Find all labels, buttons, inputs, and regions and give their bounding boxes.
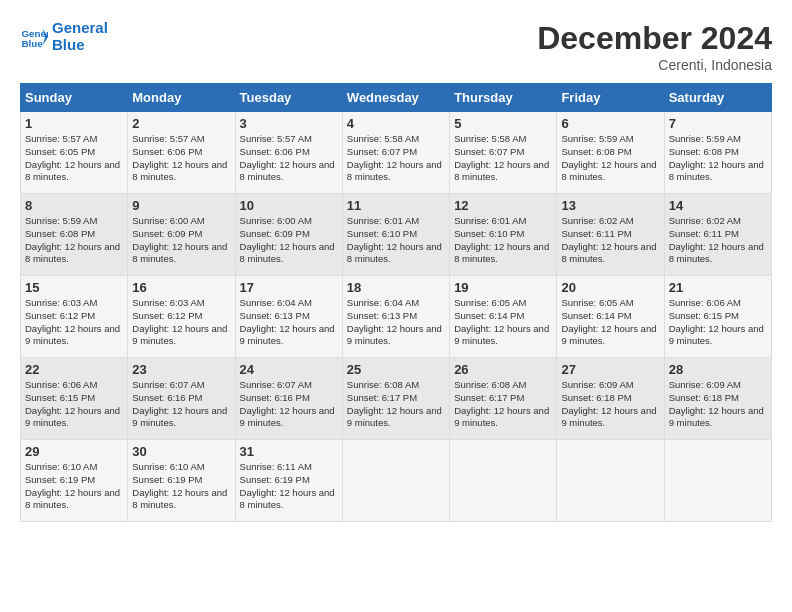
calendar-week-2: 8 Sunrise: 5:59 AMSunset: 6:08 PMDayligh… bbox=[21, 194, 772, 276]
header-wednesday: Wednesday bbox=[342, 84, 449, 112]
day-info: Sunrise: 6:02 AMSunset: 6:11 PMDaylight:… bbox=[669, 215, 767, 266]
calendar-week-3: 15 Sunrise: 6:03 AMSunset: 6:12 PMDaylig… bbox=[21, 276, 772, 358]
day-info: Sunrise: 6:07 AMSunset: 6:16 PMDaylight:… bbox=[240, 379, 338, 430]
day-number: 19 bbox=[454, 280, 552, 295]
calendar-table: SundayMondayTuesdayWednesdayThursdayFrid… bbox=[20, 83, 772, 522]
day-info: Sunrise: 6:06 AMSunset: 6:15 PMDaylight:… bbox=[669, 297, 767, 348]
day-number: 1 bbox=[25, 116, 123, 131]
day-number: 7 bbox=[669, 116, 767, 131]
day-info: Sunrise: 5:59 AMSunset: 6:08 PMDaylight:… bbox=[25, 215, 123, 266]
day-info: Sunrise: 6:07 AMSunset: 6:16 PMDaylight:… bbox=[132, 379, 230, 430]
calendar-cell: 24 Sunrise: 6:07 AMSunset: 6:16 PMDaylig… bbox=[235, 358, 342, 440]
calendar-cell: 30 Sunrise: 6:10 AMSunset: 6:19 PMDaylig… bbox=[128, 440, 235, 522]
calendar-cell bbox=[342, 440, 449, 522]
day-number: 14 bbox=[669, 198, 767, 213]
day-number: 15 bbox=[25, 280, 123, 295]
calendar-cell: 9 Sunrise: 6:00 AMSunset: 6:09 PMDayligh… bbox=[128, 194, 235, 276]
header-thursday: Thursday bbox=[450, 84, 557, 112]
day-number: 12 bbox=[454, 198, 552, 213]
day-info: Sunrise: 6:08 AMSunset: 6:17 PMDaylight:… bbox=[347, 379, 445, 430]
day-number: 5 bbox=[454, 116, 552, 131]
day-number: 22 bbox=[25, 362, 123, 377]
title-block: December 2024 Cerenti, Indonesia bbox=[537, 20, 772, 73]
calendar-cell bbox=[450, 440, 557, 522]
day-number: 4 bbox=[347, 116, 445, 131]
day-info: Sunrise: 5:57 AMSunset: 6:06 PMDaylight:… bbox=[132, 133, 230, 184]
calendar-cell: 3 Sunrise: 5:57 AMSunset: 6:06 PMDayligh… bbox=[235, 112, 342, 194]
day-info: Sunrise: 6:04 AMSunset: 6:13 PMDaylight:… bbox=[240, 297, 338, 348]
calendar-cell: 25 Sunrise: 6:08 AMSunset: 6:17 PMDaylig… bbox=[342, 358, 449, 440]
calendar-cell: 4 Sunrise: 5:58 AMSunset: 6:07 PMDayligh… bbox=[342, 112, 449, 194]
calendar-cell: 10 Sunrise: 6:00 AMSunset: 6:09 PMDaylig… bbox=[235, 194, 342, 276]
calendar-cell: 6 Sunrise: 5:59 AMSunset: 6:08 PMDayligh… bbox=[557, 112, 664, 194]
day-info: Sunrise: 6:03 AMSunset: 6:12 PMDaylight:… bbox=[25, 297, 123, 348]
day-number: 11 bbox=[347, 198, 445, 213]
day-number: 31 bbox=[240, 444, 338, 459]
day-info: Sunrise: 6:01 AMSunset: 6:10 PMDaylight:… bbox=[347, 215, 445, 266]
day-info: Sunrise: 6:08 AMSunset: 6:17 PMDaylight:… bbox=[454, 379, 552, 430]
day-info: Sunrise: 5:58 AMSunset: 6:07 PMDaylight:… bbox=[454, 133, 552, 184]
calendar-cell: 11 Sunrise: 6:01 AMSunset: 6:10 PMDaylig… bbox=[342, 194, 449, 276]
calendar-cell: 12 Sunrise: 6:01 AMSunset: 6:10 PMDaylig… bbox=[450, 194, 557, 276]
calendar-cell: 22 Sunrise: 6:06 AMSunset: 6:15 PMDaylig… bbox=[21, 358, 128, 440]
day-info: Sunrise: 5:59 AMSunset: 6:08 PMDaylight:… bbox=[561, 133, 659, 184]
header-friday: Friday bbox=[557, 84, 664, 112]
calendar-cell: 28 Sunrise: 6:09 AMSunset: 6:18 PMDaylig… bbox=[664, 358, 771, 440]
day-info: Sunrise: 5:57 AMSunset: 6:06 PMDaylight:… bbox=[240, 133, 338, 184]
calendar-week-1: 1 Sunrise: 5:57 AMSunset: 6:05 PMDayligh… bbox=[21, 112, 772, 194]
logo-general: General bbox=[52, 19, 108, 36]
day-info: Sunrise: 5:59 AMSunset: 6:08 PMDaylight:… bbox=[669, 133, 767, 184]
calendar-cell: 29 Sunrise: 6:10 AMSunset: 6:19 PMDaylig… bbox=[21, 440, 128, 522]
calendar-title: December 2024 bbox=[537, 20, 772, 57]
day-number: 10 bbox=[240, 198, 338, 213]
day-info: Sunrise: 6:04 AMSunset: 6:13 PMDaylight:… bbox=[347, 297, 445, 348]
calendar-cell: 17 Sunrise: 6:04 AMSunset: 6:13 PMDaylig… bbox=[235, 276, 342, 358]
calendar-cell: 21 Sunrise: 6:06 AMSunset: 6:15 PMDaylig… bbox=[664, 276, 771, 358]
day-number: 25 bbox=[347, 362, 445, 377]
calendar-cell: 16 Sunrise: 6:03 AMSunset: 6:12 PMDaylig… bbox=[128, 276, 235, 358]
calendar-cell: 8 Sunrise: 5:59 AMSunset: 6:08 PMDayligh… bbox=[21, 194, 128, 276]
calendar-cell: 18 Sunrise: 6:04 AMSunset: 6:13 PMDaylig… bbox=[342, 276, 449, 358]
calendar-cell bbox=[557, 440, 664, 522]
day-number: 9 bbox=[132, 198, 230, 213]
day-info: Sunrise: 6:03 AMSunset: 6:12 PMDaylight:… bbox=[132, 297, 230, 348]
day-info: Sunrise: 5:57 AMSunset: 6:05 PMDaylight:… bbox=[25, 133, 123, 184]
header-monday: Monday bbox=[128, 84, 235, 112]
calendar-cell: 27 Sunrise: 6:09 AMSunset: 6:18 PMDaylig… bbox=[557, 358, 664, 440]
day-number: 6 bbox=[561, 116, 659, 131]
calendar-cell bbox=[664, 440, 771, 522]
day-info: Sunrise: 6:00 AMSunset: 6:09 PMDaylight:… bbox=[132, 215, 230, 266]
calendar-week-5: 29 Sunrise: 6:10 AMSunset: 6:19 PMDaylig… bbox=[21, 440, 772, 522]
day-number: 26 bbox=[454, 362, 552, 377]
calendar-cell: 7 Sunrise: 5:59 AMSunset: 6:08 PMDayligh… bbox=[664, 112, 771, 194]
day-info: Sunrise: 6:05 AMSunset: 6:14 PMDaylight:… bbox=[561, 297, 659, 348]
logo: General Blue General Blue bbox=[20, 20, 108, 53]
day-number: 18 bbox=[347, 280, 445, 295]
page-header: General Blue General Blue December 2024 … bbox=[20, 20, 772, 73]
day-number: 21 bbox=[669, 280, 767, 295]
day-info: Sunrise: 6:01 AMSunset: 6:10 PMDaylight:… bbox=[454, 215, 552, 266]
day-info: Sunrise: 5:58 AMSunset: 6:07 PMDaylight:… bbox=[347, 133, 445, 184]
day-number: 23 bbox=[132, 362, 230, 377]
calendar-cell: 26 Sunrise: 6:08 AMSunset: 6:17 PMDaylig… bbox=[450, 358, 557, 440]
calendar-cell: 20 Sunrise: 6:05 AMSunset: 6:14 PMDaylig… bbox=[557, 276, 664, 358]
day-info: Sunrise: 6:10 AMSunset: 6:19 PMDaylight:… bbox=[132, 461, 230, 512]
day-number: 29 bbox=[25, 444, 123, 459]
calendar-cell: 19 Sunrise: 6:05 AMSunset: 6:14 PMDaylig… bbox=[450, 276, 557, 358]
calendar-cell: 1 Sunrise: 5:57 AMSunset: 6:05 PMDayligh… bbox=[21, 112, 128, 194]
calendar-cell: 15 Sunrise: 6:03 AMSunset: 6:12 PMDaylig… bbox=[21, 276, 128, 358]
calendar-cell: 23 Sunrise: 6:07 AMSunset: 6:16 PMDaylig… bbox=[128, 358, 235, 440]
calendar-cell: 5 Sunrise: 5:58 AMSunset: 6:07 PMDayligh… bbox=[450, 112, 557, 194]
day-number: 13 bbox=[561, 198, 659, 213]
logo-blue: Blue bbox=[52, 37, 108, 54]
day-info: Sunrise: 6:10 AMSunset: 6:19 PMDaylight:… bbox=[25, 461, 123, 512]
day-number: 16 bbox=[132, 280, 230, 295]
day-info: Sunrise: 6:09 AMSunset: 6:18 PMDaylight:… bbox=[669, 379, 767, 430]
day-info: Sunrise: 6:11 AMSunset: 6:19 PMDaylight:… bbox=[240, 461, 338, 512]
day-number: 3 bbox=[240, 116, 338, 131]
day-info: Sunrise: 6:00 AMSunset: 6:09 PMDaylight:… bbox=[240, 215, 338, 266]
svg-text:Blue: Blue bbox=[21, 37, 43, 48]
day-number: 28 bbox=[669, 362, 767, 377]
day-info: Sunrise: 6:05 AMSunset: 6:14 PMDaylight:… bbox=[454, 297, 552, 348]
day-info: Sunrise: 6:06 AMSunset: 6:15 PMDaylight:… bbox=[25, 379, 123, 430]
